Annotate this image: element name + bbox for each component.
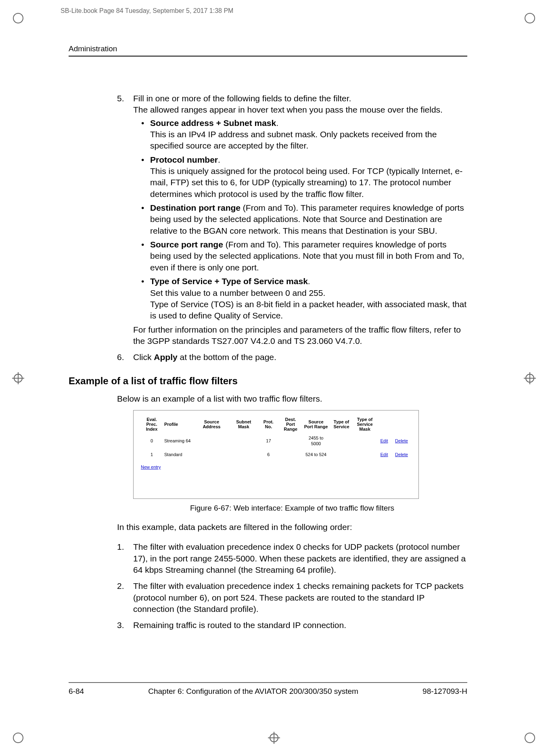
section-heading-example: Example of a list of traffic flow filter… [69,375,467,387]
svg-point-0 [13,13,23,23]
footer-chapter: Chapter 6: Configuration of the AVIATOR … [148,687,358,696]
bullet-body-line2: Type of Service (TOS) is an 8-bit field … [150,299,466,320]
bullet-body-line1: Set this value to a number between 0 and… [150,288,325,297]
cell-src [194,449,229,460]
cell-dport [279,433,302,450]
col-dest-port-range: Dest. Port Range [279,416,302,432]
cell-prot: 6 [258,449,279,460]
cell-sport: 2455 to 5000 [302,433,330,450]
col-source-port-range: Source Port Range [302,416,330,432]
edit-link[interactable]: Edit [381,438,388,443]
bullet-head: Type of Service + Type of Service mask [150,276,308,286]
crop-mark-icon [12,372,24,384]
step-number: 5. [69,93,133,347]
bullet-destination-port-range: Destination port range (From and To). Th… [141,202,467,237]
delete-link[interactable]: Delete [395,438,408,443]
col-eval-prec-index: Eval. Prec. Index [141,416,163,432]
step5-intro-line2: The allowed ranges appear in hover text … [133,104,467,115]
crop-mark-icon [524,372,536,384]
cell-src [194,433,229,450]
ordered-item-3: 3.Remaining traffic is routed to the sta… [117,620,467,631]
step6-post: at the bottom of the page. [178,352,276,362]
page-meta: SB-Lite.book Page 84 Tuesday, September … [61,7,233,15]
crop-mark-icon [524,732,536,744]
step6-pre: Click [133,352,154,362]
cell-prot: 17 [258,433,279,450]
bullet-body: This is uniquely assigned for the protoc… [150,166,462,199]
cell-tosm [353,433,376,450]
ordered-num: 2. [117,580,133,615]
bullet-source-address: Source address + Subnet mask. This is an… [141,117,467,152]
col-subnet-mask: Subnet Mask [229,416,258,432]
crop-mark-icon [268,732,280,744]
bullet-body: This is an IPv4 IP address and subnet ma… [150,130,437,150]
col-type-of-service-mask: Type of Service Mask [353,416,376,432]
cell-tos [330,433,353,450]
bullet-tail: . [308,276,310,286]
footer-doc-id: 98-127093-H [423,687,467,696]
step-number: 6. [69,352,133,363]
crop-mark-icon [12,12,24,24]
crop-mark-icon [524,12,536,24]
col-profile: Profile [163,416,194,432]
page-footer: 6-84 Chapter 6: Configuration of the AVI… [69,682,467,696]
ordered-num: 3. [117,620,133,631]
col-type-of-service: Type of Service [330,416,353,432]
cell-profile: Streaming 64 [163,433,194,450]
cell-mask [229,449,258,460]
cell-tos [330,449,353,460]
edit-link[interactable]: Edit [381,452,388,457]
cell-mask [229,433,258,450]
cell-dport [279,449,302,460]
table-row: 1 Standard 6 524 to 524 Edit Delete [141,449,411,460]
crop-mark-icon [12,732,24,744]
ordered-text: Remaining traffic is routed to the stand… [133,620,346,631]
col-prot-no: Prot. No. [258,416,279,432]
bullet-head: Protocol number [150,155,218,164]
bullet-tail: . [218,155,220,164]
ordered-item-2: 2.The filter with evaluation precedence … [117,580,467,615]
cell-tosm [353,449,376,460]
ordered-num: 1. [117,541,133,576]
ordered-text: The filter with evaluation precedence in… [133,580,467,615]
bullet-protocol-number: Protocol number. This is uniquely assign… [141,154,467,200]
bullet-tail: . [276,118,278,128]
new-entry-link[interactable]: New entry [141,464,161,470]
figure-caption: Figure 6-67: Web interface: Example of t… [117,503,467,513]
example-intro: Below is an example of a list with two t… [117,393,467,404]
step5-intro-line1: Fill in one or more of the following fie… [133,93,467,104]
ordered-text: The filter with evaluation precedence in… [133,541,467,576]
svg-point-3 [525,733,535,743]
bullet-source-port-range: Source port range (From and To). This pa… [141,239,467,273]
step6-bold: Apply [154,352,177,362]
step-5: 5. Fill in one or more of the following … [69,93,467,347]
cell-idx: 1 [141,449,163,460]
bullet-head: Source address + Subnet mask [150,118,276,128]
running-head: Administration [69,44,467,57]
ordered-item-1: 1.The filter with evaluation precedence … [117,541,467,576]
step5-outro: For further information on the principle… [133,324,467,347]
footer-page-number: 6-84 [69,687,84,696]
bullet-head: Destination port range [150,203,241,212]
example-after: In this example, data packets are filter… [117,521,467,533]
table-row: 0 Streaming 64 17 2455 to 5000 Edit Dele… [141,433,411,450]
figure-traffic-flow-filters: Eval. Prec. Index Profile Source Address… [133,410,419,499]
svg-point-1 [525,13,535,23]
delete-link[interactable]: Delete [395,452,408,457]
cell-sport: 524 to 524 [302,449,330,460]
col-source-address: Source Address [194,416,229,432]
step-6: 6. Click Apply at the bottom of the page… [69,352,467,363]
cell-idx: 0 [141,433,163,450]
svg-point-2 [13,733,23,743]
cell-profile: Standard [163,449,194,460]
bullet-head: Source port range [150,240,223,249]
bullet-type-of-service: Type of Service + Type of Service mask. … [141,276,467,321]
